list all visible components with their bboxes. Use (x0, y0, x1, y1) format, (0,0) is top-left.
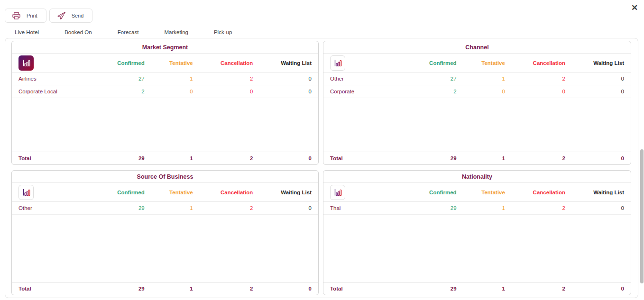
table-row: Other 27 1 2 0 (323, 73, 631, 85)
cell-confirmed: 2 (98, 89, 145, 94)
cell-cancellation: 2 (505, 76, 565, 82)
bar-chart-icon-button[interactable] (18, 185, 34, 200)
total-cancellation: 2 (193, 286, 253, 291)
cell-waiting-list: 0 (565, 205, 624, 211)
cell-waiting-list: 0 (253, 89, 312, 94)
cell-cancellation: 0 (505, 89, 565, 94)
table-row: Corporate 2 0 0 0 (323, 85, 631, 98)
page-title: Market Segment (12, 41, 318, 54)
total-label: Total (18, 155, 98, 161)
panel-nationality: Nationality Confirmed Tentative Cancella… (323, 170, 631, 295)
row-label: Airlines (18, 76, 98, 82)
cell-waiting-list: 0 (253, 205, 312, 211)
total-cancellation: 2 (505, 286, 565, 291)
table-header: Confirmed Tentative Cancellation Waiting… (323, 54, 631, 73)
column-header-tentative: Tentative (457, 190, 505, 195)
cell-confirmed: 29 (409, 205, 456, 211)
column-header-cancellation: Cancellation (193, 190, 253, 195)
total-confirmed: 29 (98, 286, 145, 291)
table-header: Confirmed Tentative Cancellation Waiting… (323, 183, 631, 202)
cell-confirmed: 2 (409, 89, 456, 94)
paper-plane-icon (56, 11, 66, 20)
total-label: Total (18, 286, 98, 291)
table-row: Other 29 1 2 0 (12, 202, 318, 215)
cell-cancellation: 2 (193, 205, 253, 211)
column-header-confirmed: Confirmed (98, 60, 145, 66)
column-header-confirmed: Confirmed (98, 190, 145, 195)
total-cancellation: 2 (193, 155, 253, 161)
page-title: Source Of Business (12, 171, 318, 183)
row-label: Corporate Local (18, 89, 98, 94)
page-title: Nationality (323, 171, 631, 183)
total-waiting-list: 0 (253, 286, 312, 291)
total-confirmed: 29 (409, 286, 456, 291)
cell-tentative: 1 (145, 205, 193, 211)
column-header-waiting-list: Waiting List (253, 60, 312, 66)
table-row: Thai 29 1 2 0 (323, 202, 631, 215)
bar-chart-icon (333, 188, 342, 197)
total-row: Total 29 1 2 0 (323, 152, 631, 164)
row-label: Other (330, 76, 409, 82)
column-header-waiting-list: Waiting List (565, 60, 624, 66)
close-icon[interactable]: ✕ (629, 2, 640, 13)
total-row: Total 29 1 2 0 (323, 282, 631, 295)
cell-tentative: 1 (457, 76, 505, 82)
send-button[interactable]: Send (49, 9, 93, 23)
cell-waiting-list: 0 (565, 76, 624, 82)
total-waiting-list: 0 (565, 155, 624, 161)
column-header-cancellation: Cancellation (505, 190, 565, 195)
print-button[interactable]: Print (5, 9, 46, 23)
printer-icon (12, 12, 21, 20)
vertical-scrollbar[interactable] (640, 149, 644, 283)
column-header-confirmed: Confirmed (409, 60, 456, 66)
cell-confirmed: 29 (98, 205, 145, 211)
cell-waiting-list: 0 (253, 76, 312, 82)
bar-chart-icon (333, 58, 342, 68)
cell-cancellation: 0 (193, 89, 253, 94)
total-row: Total 29 1 2 0 (12, 152, 318, 164)
column-header-cancellation: Cancellation (193, 60, 253, 66)
print-button-label: Print (27, 13, 37, 18)
bar-chart-icon (21, 58, 31, 68)
column-header-confirmed: Confirmed (409, 190, 456, 195)
cell-confirmed: 27 (98, 76, 145, 82)
bar-chart-icon (21, 188, 31, 197)
row-label: Other (18, 205, 98, 211)
report-body: Market Segment Confirmed Tentative Cance… (5, 38, 638, 298)
column-header-waiting-list: Waiting List (253, 190, 312, 195)
table-row: Airlines 27 1 2 0 (12, 73, 318, 85)
column-header-waiting-list: Waiting List (565, 190, 624, 195)
toolbar: Print Send (5, 9, 92, 23)
total-waiting-list: 0 (565, 286, 624, 291)
total-tentative: 1 (145, 155, 193, 161)
bar-chart-icon-button[interactable] (330, 185, 345, 200)
row-label: Corporate (330, 89, 409, 94)
total-tentative: 1 (145, 286, 193, 291)
bar-chart-icon-button[interactable] (18, 55, 34, 71)
cell-tentative: 0 (457, 89, 505, 94)
total-waiting-list: 0 (253, 155, 312, 161)
column-header-tentative: Tentative (145, 60, 193, 66)
column-header-cancellation: Cancellation (505, 60, 565, 66)
total-cancellation: 2 (505, 155, 565, 161)
row-label: Thai (330, 205, 409, 211)
total-label: Total (330, 155, 409, 161)
cell-tentative: 0 (145, 89, 193, 94)
bar-chart-icon-button[interactable] (330, 55, 345, 71)
cell-cancellation: 2 (193, 76, 253, 82)
table-header: Confirmed Tentative Cancellation Waiting… (12, 183, 318, 202)
panel-channel: Channel Confirmed Tentative Cancellation (323, 41, 631, 165)
report-window: ✕ Print Send Live Hotel (0, 0, 644, 300)
panel-source-of-business: Source Of Business Confirmed Tentative C… (11, 170, 319, 295)
total-tentative: 1 (457, 155, 505, 161)
column-header-tentative: Tentative (457, 60, 505, 66)
page-title: Channel (323, 41, 631, 54)
table-row: Corporate Local 2 0 0 0 (12, 85, 318, 98)
cell-tentative: 1 (457, 205, 505, 211)
cell-confirmed: 27 (409, 76, 456, 82)
cell-tentative: 1 (145, 76, 193, 82)
panel-market-segment: Market Segment Confirmed Tentative Cance… (11, 41, 319, 165)
cell-waiting-list: 0 (565, 89, 624, 94)
cell-cancellation: 2 (505, 205, 565, 211)
total-confirmed: 29 (98, 155, 145, 161)
